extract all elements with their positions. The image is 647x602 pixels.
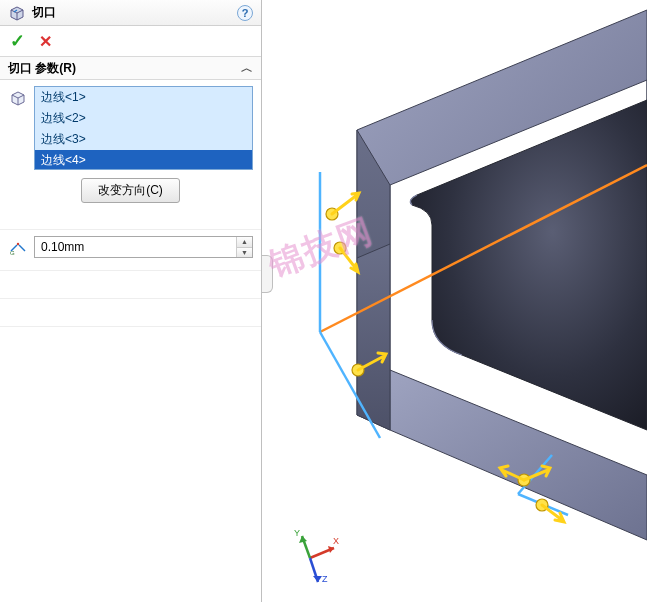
- edge-selection-list[interactable]: 边线<1> 边线<2> 边线<3> 边线<4>: [34, 86, 253, 170]
- svg-text:Z: Z: [322, 574, 328, 584]
- direction-arrow-icon[interactable]: [326, 193, 359, 220]
- cube-cut-icon: [8, 4, 26, 22]
- svg-text:G: G: [10, 250, 15, 256]
- divider: [0, 326, 261, 336]
- list-item[interactable]: 边线<2>: [35, 108, 252, 129]
- gap-value-field[interactable]: [35, 237, 236, 257]
- panel-collapse-tab[interactable]: [262, 255, 273, 293]
- svg-line-5: [19, 245, 25, 251]
- svg-text:Y: Y: [294, 528, 300, 538]
- property-panel: 切口 ? ✓ ✕ 切口 参数(R) ︿ 边线<1> 边线<2> 边线<3> 边线…: [0, 0, 262, 602]
- confirm-bar: ✓ ✕: [0, 26, 261, 56]
- spinner-down-icon[interactable]: ▼: [237, 248, 252, 258]
- gap-value-input[interactable]: ▲ ▼: [34, 236, 253, 258]
- panel-header: 切口 ?: [0, 0, 261, 26]
- ok-button[interactable]: ✓: [10, 30, 25, 52]
- graphics-viewport[interactable]: 锦技网 X Y Z: [262, 0, 647, 602]
- chevron-up-icon[interactable]: ︿: [241, 60, 253, 77]
- divider: [0, 298, 261, 308]
- list-item[interactable]: 边线<3>: [35, 129, 252, 150]
- model-scene: [262, 0, 647, 602]
- options-area: [8, 211, 253, 221]
- feature-title: 切口: [32, 4, 237, 21]
- list-item[interactable]: 边线<1>: [35, 87, 252, 108]
- svg-marker-17: [299, 536, 307, 543]
- section-title: 切口 参数(R): [8, 60, 76, 77]
- section-body: 边线<1> 边线<2> 边线<3> 边线<4> 改变方向(C): [0, 80, 261, 229]
- list-item[interactable]: 边线<4>: [35, 150, 252, 170]
- direction-arrow-icon[interactable]: [334, 242, 358, 272]
- view-triad[interactable]: X Y Z: [282, 526, 342, 586]
- gap-dimension-icon: G: [8, 237, 28, 257]
- gap-value-spinner[interactable]: ▲ ▼: [236, 237, 252, 257]
- svg-text:X: X: [333, 536, 339, 546]
- svg-marker-20: [313, 576, 322, 582]
- cancel-button[interactable]: ✕: [39, 32, 52, 51]
- reverse-direction-button[interactable]: 改变方向(C): [81, 178, 180, 203]
- divider: [0, 270, 261, 280]
- section-header-parameters[interactable]: 切口 参数(R) ︿: [0, 56, 261, 80]
- edge-selector-icon[interactable]: [8, 88, 28, 108]
- spinner-up-icon[interactable]: ▲: [237, 237, 252, 248]
- svg-point-6: [17, 243, 19, 245]
- gap-dimension-row: G ▲ ▼: [0, 229, 261, 264]
- model-front-face: [357, 244, 390, 430]
- help-icon[interactable]: ?: [237, 5, 253, 21]
- option-row: [8, 211, 253, 221]
